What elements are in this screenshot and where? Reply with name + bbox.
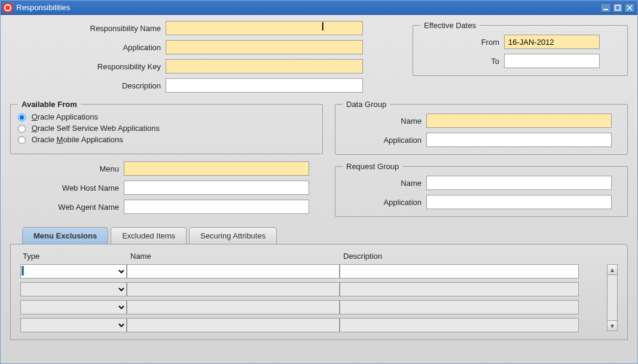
available-from-legend: Available From <box>18 100 81 109</box>
close-button[interactable] <box>624 3 635 13</box>
web-host-name-input[interactable] <box>124 181 309 195</box>
grid-name-header: Name <box>128 252 341 261</box>
grid-name-input[interactable] <box>127 264 340 279</box>
oracle-mobile-key: M <box>57 135 63 144</box>
oracle-self-key: O <box>32 124 38 133</box>
grid-description-input[interactable] <box>340 300 579 314</box>
grid-scrollbar[interactable]: ▲ ▼ <box>607 264 618 331</box>
grid-description-input[interactable] <box>340 264 579 279</box>
row-cursor-icon <box>22 266 24 276</box>
window-title: Responsibilities <box>16 3 600 12</box>
to-date-input[interactable] <box>504 54 600 68</box>
scroll-up-icon[interactable]: ▲ <box>607 264 618 275</box>
available-from-group: Available From Oracle Applications Oracl… <box>10 100 323 154</box>
menu-exclusions-panel: Type Name Description <box>10 244 628 340</box>
titlebar: Responsibilities <box>1 1 637 15</box>
grid-description-input[interactable] <box>340 318 579 332</box>
rg-name-input[interactable] <box>426 176 612 190</box>
grid-type-select[interactable] <box>20 264 127 279</box>
responsibility-key-label: Responsibility Key <box>10 62 166 71</box>
description-label: Description <box>10 81 166 90</box>
oracle-apps-text: racle Applications <box>38 112 98 121</box>
menu-input[interactable] <box>124 161 309 176</box>
grid-type-header: Type <box>20 252 128 261</box>
responsibility-name-input[interactable] <box>166 21 363 35</box>
grid-row <box>20 300 603 314</box>
effective-dates-group: Effective Dates From To <box>413 21 628 76</box>
minimize-button[interactable] <box>600 3 611 13</box>
dg-name-label: Name <box>343 117 426 126</box>
from-date-input[interactable] <box>504 35 600 49</box>
grid-name-input[interactable] <box>127 300 340 314</box>
grid-description-header: Description <box>341 252 580 261</box>
web-agent-name-input[interactable] <box>124 200 309 214</box>
grid-type-select[interactable] <box>20 318 127 332</box>
oracle-self-text: racle Self Service Web Applications <box>38 124 160 133</box>
oracle-self-service-radio-label[interactable]: Oracle Self Service Web Applications <box>18 124 315 133</box>
grid-type-select[interactable] <box>20 300 127 314</box>
grid-row <box>20 318 603 332</box>
oracle-mobile-radio-label[interactable]: Oracle Mobile Applications <box>18 135 315 144</box>
oracle-self-service-radio[interactable] <box>18 125 26 133</box>
data-group-legend: Data Group <box>343 100 390 109</box>
tab-excluded-items[interactable]: Excluded Items <box>111 227 187 244</box>
scroll-down-icon[interactable]: ▼ <box>607 320 618 331</box>
rg-name-label: Name <box>343 179 426 188</box>
oracle-applications-radio-label[interactable]: Oracle Applications <box>18 112 315 121</box>
oracle-apps-key: O <box>32 112 38 121</box>
application-input[interactable] <box>166 40 363 54</box>
tab-menu-exclusions[interactable]: Menu Exclusions <box>22 227 108 244</box>
application-label: Application <box>10 43 166 52</box>
rg-application-label: Application <box>343 198 426 207</box>
grid-name-input[interactable] <box>127 318 340 332</box>
scroll-track[interactable] <box>607 275 618 320</box>
data-group-fieldset: Data Group Name Application <box>335 100 628 155</box>
grid-description-input[interactable] <box>340 282 579 296</box>
grid-name-input[interactable] <box>127 282 340 296</box>
tab-securing-attributes[interactable]: Securing Attributes <box>189 227 277 244</box>
description-input[interactable] <box>166 78 363 93</box>
oracle-mobile-radio[interactable] <box>18 136 26 144</box>
dg-application-label: Application <box>343 136 426 145</box>
svg-rect-1 <box>615 5 620 10</box>
maximize-button[interactable] <box>612 3 623 13</box>
web-agent-name-label: Web Agent Name <box>10 203 124 212</box>
oracle-logo-icon <box>3 3 13 13</box>
rg-application-input[interactable] <box>426 195 612 209</box>
effective-dates-legend: Effective Dates <box>420 21 480 30</box>
menu-label: Menu <box>10 164 124 173</box>
dg-application-input[interactable] <box>426 133 612 147</box>
from-label: From <box>420 38 504 47</box>
to-label: To <box>420 57 504 66</box>
request-group-fieldset: Request Group Name Application <box>335 162 628 217</box>
oracle-applications-radio[interactable] <box>18 114 26 121</box>
responsibilities-window: Responsibilities Responsibility Name I <box>0 0 638 364</box>
responsibility-name-label: Responsibility Name <box>10 24 166 33</box>
grid-row <box>20 264 603 279</box>
web-host-name-label: Web Host Name <box>10 183 124 192</box>
oracle-mobile-pre: Oracle <box>32 135 57 144</box>
grid-type-select[interactable] <box>20 282 127 296</box>
request-group-legend: Request Group <box>343 162 402 171</box>
oracle-mobile-text: obile Applications <box>63 135 123 144</box>
grid-row <box>20 282 603 296</box>
responsibility-key-input[interactable] <box>166 59 363 74</box>
dg-name-input[interactable] <box>426 114 612 128</box>
